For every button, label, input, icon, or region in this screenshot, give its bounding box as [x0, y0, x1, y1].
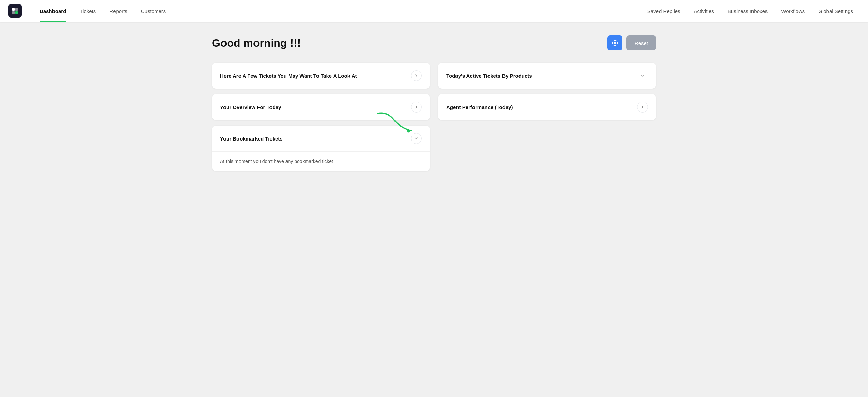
cards-grid: Here Are A Few Tickets You May Want To T… — [212, 63, 656, 171]
svg-rect-3 — [15, 11, 18, 14]
nav-business-inboxes[interactable]: Business Inboxes — [721, 0, 775, 22]
app-logo[interactable] — [8, 4, 22, 18]
nav-dashboard[interactable]: Dashboard — [33, 0, 73, 22]
gear-icon — [612, 40, 618, 46]
chevron-right-icon — [414, 105, 419, 109]
nav-activities[interactable]: Activities — [687, 0, 721, 22]
card-agent-performance-toggle[interactable] — [637, 102, 648, 113]
card-tickets-look: Here Are A Few Tickets You May Want To T… — [212, 63, 430, 89]
card-bookmarked-toggle[interactable] — [411, 133, 422, 144]
nav-saved-replies[interactable]: Saved Replies — [640, 0, 687, 22]
card-tickets-look-title: Here Are A Few Tickets You May Want To T… — [220, 73, 357, 79]
card-tickets-look-header[interactable]: Here Are A Few Tickets You May Want To T… — [212, 63, 430, 89]
card-overview-today-title: Your Overview For Today — [220, 104, 281, 110]
card-overview-today-toggle[interactable] — [411, 102, 422, 113]
card-agent-performance-header[interactable]: Agent Performance (Today) — [438, 94, 656, 120]
settings-button[interactable] — [607, 35, 622, 50]
card-agent-performance-title: Agent Performance (Today) — [446, 104, 513, 110]
svg-rect-0 — [12, 8, 15, 11]
nav-workflows[interactable]: Workflows — [774, 0, 811, 22]
card-bookmarked: Your Bookmarked Tickets At this moment y… — [212, 126, 430, 171]
page-greeting: Good morning !!! — [212, 37, 301, 49]
nav-tickets[interactable]: Tickets — [73, 0, 103, 22]
svg-rect-2 — [12, 11, 15, 14]
bookmarked-card-wrapper: Your Bookmarked Tickets At this moment y… — [212, 126, 430, 171]
card-bookmarked-header[interactable]: Your Bookmarked Tickets — [212, 126, 430, 151]
svg-rect-1 — [15, 8, 18, 11]
card-active-by-products-title: Today's Active Tickets By Products — [446, 73, 532, 79]
chevron-down-icon — [640, 73, 645, 78]
card-active-by-products-header[interactable]: Today's Active Tickets By Products — [438, 63, 656, 89]
right-column: Today's Active Tickets By Products Agent… — [438, 63, 656, 120]
main-content: Good morning !!! Reset Here Are A Few Ti… — [196, 22, 672, 185]
card-tickets-look-toggle[interactable] — [411, 70, 422, 81]
card-overview-today: Your Overview For Today — [212, 94, 430, 120]
navbar: Dashboard Tickets Reports Customers Save… — [0, 0, 868, 22]
page-header: Good morning !!! Reset — [212, 35, 656, 50]
navbar-left: Dashboard Tickets Reports Customers — [33, 0, 640, 22]
left-column: Here Are A Few Tickets You May Want To T… — [212, 63, 430, 171]
card-active-by-products: Today's Active Tickets By Products — [438, 63, 656, 89]
chevron-down-icon — [414, 136, 419, 141]
nav-reports[interactable]: Reports — [103, 0, 134, 22]
card-agent-performance: Agent Performance (Today) — [438, 94, 656, 120]
chevron-right-icon — [414, 73, 419, 78]
reset-button[interactable]: Reset — [626, 35, 656, 50]
card-active-by-products-toggle[interactable] — [637, 70, 648, 81]
header-actions: Reset — [607, 35, 656, 50]
nav-customers[interactable]: Customers — [134, 0, 173, 22]
card-bookmarked-body: At this moment you don't have any bookma… — [212, 151, 430, 171]
chevron-right-icon — [640, 105, 645, 109]
navbar-right: Saved Replies Activities Business Inboxe… — [640, 0, 860, 22]
card-bookmarked-title: Your Bookmarked Tickets — [220, 136, 283, 142]
card-bookmarked-empty-text: At this moment you don't have any bookma… — [220, 159, 335, 164]
svg-point-4 — [614, 42, 616, 44]
nav-global-settings[interactable]: Global Settings — [811, 0, 860, 22]
card-overview-today-header[interactable]: Your Overview For Today — [212, 94, 430, 120]
